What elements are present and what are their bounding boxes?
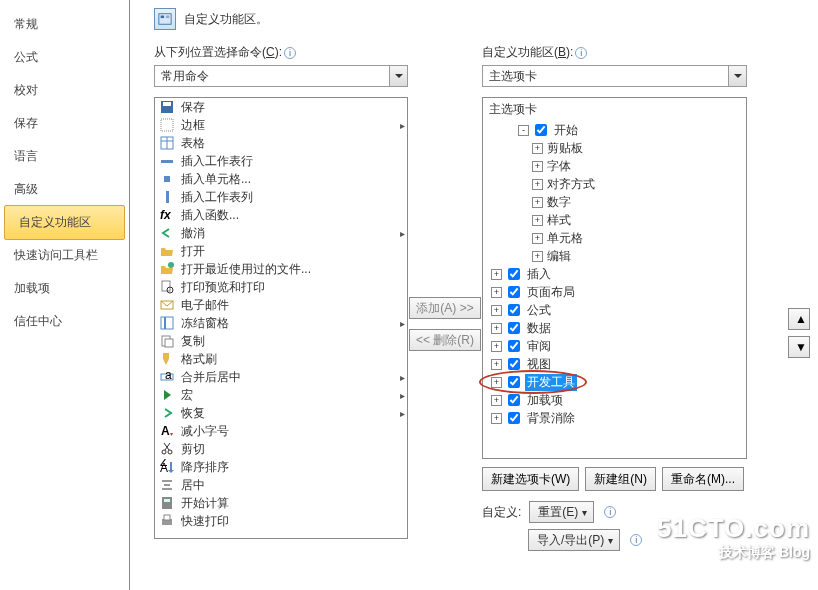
commands-from-select[interactable]: 常用命令 [154,65,408,87]
sidebar-item[interactable]: 快速访问工具栏 [0,239,129,272]
expand-icon[interactable]: + [491,269,502,280]
new-tab-button[interactable]: 新建选项卡(W) [482,467,579,491]
move-down-button[interactable]: ▼ [788,336,810,358]
sidebar-item[interactable]: 加载项 [0,272,129,305]
command-item[interactable]: 边框▸ [155,116,407,134]
chevron-down-icon[interactable] [728,66,746,86]
sidebar-item[interactable]: 公式 [0,41,129,74]
expand-icon[interactable]: + [491,377,502,388]
command-item[interactable]: 表格 [155,134,407,152]
expand-icon[interactable]: + [491,395,502,406]
command-item[interactable]: 插入工作表列 [155,188,407,206]
expand-icon[interactable]: + [491,413,502,424]
help-icon[interactable]: i [630,534,642,546]
tree-node[interactable]: -开始 [505,121,742,139]
rename-button[interactable]: 重命名(M)... [662,467,744,491]
tree-node[interactable]: +样式 [519,211,742,229]
tab-checkbox[interactable] [508,268,520,280]
sidebar-item[interactable]: 信任中心 [0,305,129,338]
undo-icon [159,225,175,241]
ribbon-target-select[interactable]: 主选项卡 [482,65,747,87]
command-item[interactable]: a合并后居中▸ [155,368,407,386]
expand-icon[interactable]: + [532,215,543,226]
command-item[interactable]: 打开最近使用过的文件... [155,260,407,278]
tree-node[interactable]: +插入 [491,265,742,283]
tree-node[interactable]: +对齐方式 [519,175,742,193]
chevron-down-icon[interactable] [389,66,407,86]
command-item[interactable]: A减小字号 [155,422,407,440]
email-icon [159,297,175,313]
expand-icon[interactable]: + [532,197,543,208]
expand-icon[interactable]: + [532,179,543,190]
tab-checkbox[interactable] [508,286,520,298]
tab-checkbox[interactable] [508,394,520,406]
expand-icon[interactable]: + [491,323,502,334]
tree-node[interactable]: +加载项 [491,391,742,409]
new-group-button[interactable]: 新建组(N) [585,467,656,491]
add-button[interactable]: 添加(A) >> [409,297,481,319]
sidebar-item[interactable]: 校对 [0,74,129,107]
command-item[interactable]: 居中 [155,476,407,494]
command-item[interactable]: ZA降序排序 [155,458,407,476]
command-item[interactable]: 保存 [155,98,407,116]
tab-checkbox[interactable] [508,322,520,334]
sidebar-item[interactable]: 自定义功能区 [4,205,125,240]
sidebar-item[interactable]: 高级 [0,173,129,206]
expand-icon[interactable]: + [491,305,502,316]
command-item[interactable]: 插入工作表行 [155,152,407,170]
tree-node[interactable]: +字体 [519,157,742,175]
tab-checkbox[interactable] [508,304,520,316]
command-item[interactable]: 打开 [155,242,407,260]
command-item[interactable]: 格式刷 [155,350,407,368]
tree-node[interactable]: +数据 [491,319,742,337]
tree-node[interactable]: +编辑 [519,247,742,265]
tab-checkbox[interactable] [508,412,520,424]
tab-checkbox[interactable] [508,376,520,388]
command-item[interactable]: 电子邮件 [155,296,407,314]
sidebar-item[interactable]: 常规 [0,8,129,41]
command-item[interactable]: 插入单元格... [155,170,407,188]
command-item[interactable]: 撤消▸ [155,224,407,242]
expand-icon[interactable]: + [532,233,543,244]
reset-dropdown[interactable]: 重置(E) [529,501,594,523]
tab-checkbox[interactable] [508,358,520,370]
command-item[interactable]: fx插入函数... [155,206,407,224]
help-icon[interactable]: i [604,506,616,518]
command-item[interactable]: 快速打印 [155,512,407,530]
tree-node[interactable]: +开发工具 [491,373,742,391]
sidebar: 常规公式校对保存语言高级自定义功能区快速访问工具栏加载项信任中心 [0,0,130,590]
sidebar-item[interactable]: 语言 [0,140,129,173]
expand-icon[interactable]: + [491,359,502,370]
command-item[interactable]: 冻结窗格▸ [155,314,407,332]
move-up-button[interactable]: ▲ [788,308,810,330]
tree-node[interactable]: +公式 [491,301,742,319]
remove-button[interactable]: << 删除(R) [409,329,481,351]
command-item[interactable]: 开始计算 [155,494,407,512]
commands-listbox[interactable]: 保存边框▸表格插入工作表行插入单元格...插入工作表列fx插入函数...撤消▸打… [154,97,408,539]
help-icon[interactable]: i [575,47,587,59]
tree-node[interactable]: +单元格 [519,229,742,247]
expand-icon[interactable]: - [518,125,529,136]
command-item[interactable]: 恢复▸ [155,404,407,422]
expand-icon[interactable]: + [491,341,502,352]
tab-checkbox[interactable] [508,340,520,352]
tree-node[interactable]: +视图 [491,355,742,373]
sidebar-item[interactable]: 保存 [0,107,129,140]
expand-icon[interactable]: + [532,161,543,172]
command-item[interactable]: 复制 [155,332,407,350]
command-item[interactable]: 打印预览和打印 [155,278,407,296]
tab-checkbox[interactable] [535,124,547,136]
expand-icon[interactable]: + [532,251,543,262]
expand-icon[interactable]: + [491,287,502,298]
expand-icon[interactable]: + [532,143,543,154]
command-item[interactable]: 宏▸ [155,386,407,404]
tree-node[interactable]: +页面布局 [491,283,742,301]
tree-node[interactable]: +剪贴板 [519,139,742,157]
tree-node[interactable]: +数字 [519,193,742,211]
tree-node[interactable]: +背景消除 [491,409,742,427]
command-item[interactable]: 剪切 [155,440,407,458]
import-export-dropdown[interactable]: 导入/导出(P) [528,529,620,551]
help-icon[interactable]: i [284,47,296,59]
ribbon-tree[interactable]: 主选项卡 -开始+剪贴板+字体+对齐方式+数字+样式+单元格+编辑+插入+页面布… [482,97,747,459]
tree-node[interactable]: +审阅 [491,337,742,355]
